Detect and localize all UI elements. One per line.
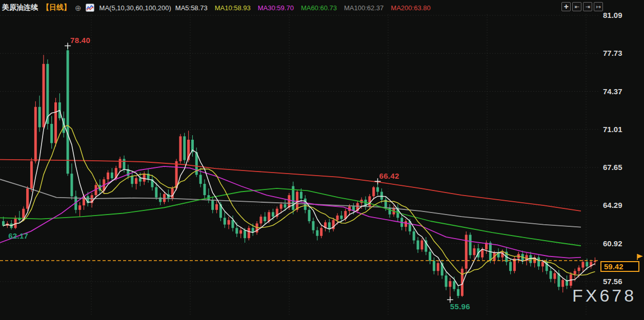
price-annotation: 55.96 [450,302,470,311]
trading-chart-screen: 美原油连续 【日线】 ⊕ MA(5,10,30,60,100,200) MA5:… [0,0,644,320]
price-axis-label: 60.92 [603,239,639,248]
candle [107,170,109,184]
ma-value: MA60:60.73 [301,4,337,12]
candle [517,252,520,263]
candle [54,98,57,146]
candle [147,169,150,183]
candle [356,201,359,213]
last-price-label: 59.42 [600,261,639,272]
candle [469,232,472,259]
candle [437,261,439,275]
candle [292,182,294,215]
ma-value: MA100:62.37 [344,4,384,12]
candle [18,211,21,222]
candle [151,175,153,190]
candle [581,260,584,272]
ma-value: MA10:58.93 [215,4,251,12]
price-axis-label: 64.29 [603,201,639,209]
candle [533,255,536,267]
candle [308,206,311,223]
price-axis-label: 81.09 [603,11,639,19]
candle [433,258,435,274]
candle [259,215,262,227]
chart-header: 美原油连续 【日线】 ⊕ MA(5,10,30,60,100,200) MA5:… [2,2,438,13]
candle [228,217,230,229]
timeframe-label: 【日线】 [42,3,71,12]
symbol-name: 美原油连续 [2,3,38,12]
go-to-latest-icon[interactable]: ↦ [594,2,603,11]
candle [207,188,210,203]
ma-value: MA200:63.80 [391,4,430,12]
candle [183,133,186,164]
grid-layer [0,14,599,316]
candle [38,96,41,132]
scale-left-icon[interactable]: ⇤ [572,2,581,11]
candle [473,245,475,260]
candle [191,135,194,157]
ma-config-label: MA(5,10,30,60,100,200) [99,4,171,12]
price-axis-label: 77.73 [603,49,639,57]
candle [457,286,459,298]
candle [119,157,122,172]
candle [111,168,113,182]
candle [179,134,182,163]
scale-right-icon[interactable]: ⇥ [583,2,592,11]
pan-icon[interactable]: ✚ [561,2,571,11]
ma-value: MA30:59.70 [258,4,294,12]
chart-style-icon[interactable] [86,4,94,12]
candle [248,226,250,241]
candle [204,179,206,199]
candle [445,272,448,290]
ma-line-ma30 [0,166,581,258]
candle [50,116,53,148]
candle [365,196,367,210]
candle [513,257,516,273]
candle [131,172,133,187]
candle [78,202,81,217]
candle [320,226,323,238]
candle [417,237,419,253]
candle [211,196,214,213]
candle [537,255,540,270]
candle [413,228,415,244]
candle [497,248,500,261]
candle [332,218,335,231]
price-axis-label: 71.01 [603,125,639,134]
last-price-value: 59.42 [604,262,623,271]
candle [43,55,45,130]
candle [566,275,568,289]
candle [449,278,451,300]
candle [316,227,318,241]
watermark: FX678 [572,286,636,306]
candle [276,206,278,219]
chart-toolbar: ✚⇤⇥↦ [561,2,603,11]
candle [14,216,17,229]
candlestick-chart[interactable] [0,0,644,320]
candle [215,201,218,213]
candle [264,212,266,224]
price-axis-label: 57.56 [603,277,639,286]
ma-values-readout: MA5:58.73MA10:58.93MA30:59.70MA60:60.73M… [175,3,438,12]
candle [526,253,528,265]
price-axis-label: 74.37 [603,87,639,96]
candle [324,220,327,231]
ma-value: MA5:58.73 [175,4,208,12]
candle [328,219,331,233]
candle [420,238,423,252]
candle [67,46,69,176]
price-axis-label: 67.65 [603,163,639,172]
candle [159,193,162,205]
candle [429,248,431,264]
candle [58,93,61,120]
candle [10,220,13,229]
candle [389,204,391,218]
ma-line-ma100 [0,179,581,227]
candle [465,231,468,272]
candle [550,268,552,283]
candle [34,101,37,164]
candle [70,163,73,200]
candle [590,260,592,269]
price-annotation: 78.40 [70,36,90,45]
add-indicator-icon[interactable]: ⊕ [75,4,82,12]
candle [30,158,33,191]
